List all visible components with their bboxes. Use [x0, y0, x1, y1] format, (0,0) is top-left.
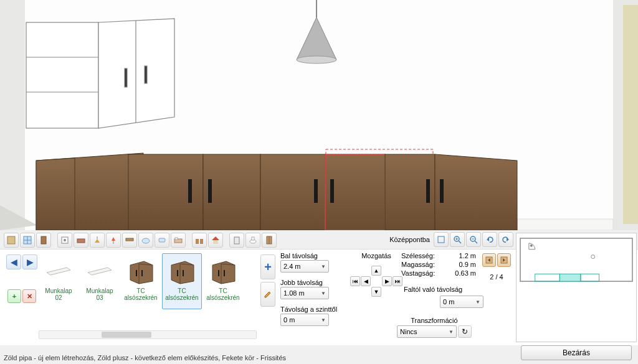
floorplan-svg	[517, 233, 636, 342]
undo-icon[interactable]	[482, 232, 497, 247]
svg-rect-57	[438, 236, 444, 243]
floorplan-minimap[interactable]	[516, 233, 637, 342]
cat-sink-icon[interactable]	[155, 233, 169, 248]
zoom-out-icon[interactable]	[466, 232, 481, 247]
svg-rect-51	[213, 240, 218, 244]
worktop-icon	[82, 255, 118, 286]
svg-rect-29	[426, 179, 430, 203]
cat-appliance-icon[interactable]	[229, 233, 244, 248]
refresh-icon[interactable]: ↻	[458, 325, 472, 338]
edit-pencil-icon[interactable]	[260, 282, 275, 307]
svg-marker-68	[88, 268, 112, 275]
cat-toilet-icon[interactable]	[245, 233, 260, 248]
cat-table-icon[interactable]	[122, 233, 137, 248]
svg-rect-78	[183, 270, 184, 276]
redo-icon[interactable]	[498, 232, 513, 247]
svg-marker-24	[435, 154, 517, 230]
zoom-in-icon[interactable]	[450, 232, 465, 247]
svg-point-37	[64, 239, 66, 241]
scrollbar-handle[interactable]	[102, 332, 151, 338]
svg-rect-38	[77, 239, 85, 243]
cat-bath-icon[interactable]	[138, 233, 153, 248]
svg-marker-84	[265, 292, 270, 297]
page-next-button[interactable]	[497, 253, 511, 267]
svg-rect-92	[559, 274, 581, 281]
svg-rect-45	[159, 238, 165, 242]
svg-rect-47	[175, 238, 178, 240]
viewport-3d[interactable]	[0, 0, 638, 230]
svg-rect-26	[208, 179, 212, 203]
thumb-item[interactable]: TCalsószekrén	[121, 253, 161, 309]
delete-item-button[interactable]: ✕	[22, 289, 36, 303]
move-controls: Mozgatás ▲ ⏮ ◀ ▶ ⏭ ▼	[349, 252, 404, 297]
cat-pendant-icon[interactable]	[90, 233, 105, 248]
svg-rect-73	[141, 270, 143, 276]
move-down-button[interactable]: ▼	[371, 287, 381, 297]
thumb-scrollbar[interactable]	[39, 330, 257, 339]
svg-rect-52	[234, 237, 239, 244]
svg-rect-5	[517, 219, 613, 230]
depth-label: Vastagság:	[401, 269, 444, 277]
svg-marker-18	[36, 158, 75, 230]
wall-dist-label: Faltól való távolság	[404, 286, 483, 293]
svg-marker-50	[212, 236, 219, 240]
move-left-button[interactable]: ◀	[361, 276, 371, 286]
transform-combo[interactable]: Nincs▼	[397, 325, 457, 338]
worktop-icon	[40, 255, 77, 286]
svg-rect-48	[196, 239, 199, 244]
move-first-button[interactable]: ⏮	[350, 276, 360, 286]
pager: 2 / 4	[481, 253, 512, 281]
szint-label: Távolság a szinttől	[280, 306, 405, 313]
close-button[interactable]: Bezárás	[521, 345, 632, 360]
svg-marker-41	[112, 237, 115, 241]
thumb-label: TCalsószekrén	[123, 287, 159, 301]
move-right-button[interactable]: ▶	[382, 276, 392, 286]
svg-rect-49	[200, 239, 203, 244]
center-label: Középpontba	[389, 236, 430, 243]
cat-door-icon[interactable]	[36, 233, 51, 248]
cat-lamp-icon[interactable]	[106, 233, 121, 248]
cabinet-icon	[123, 255, 159, 286]
thumb-nav: ◀ ▶	[6, 254, 37, 269]
thumb-item[interactable]: Munkalap03	[80, 253, 120, 309]
szint-combo[interactable]: 0 m▼	[280, 314, 329, 326]
cat-floor-icon[interactable]	[4, 233, 19, 248]
svg-rect-31	[7, 236, 15, 244]
svg-rect-82	[218, 270, 219, 276]
thumb-item[interactable]: Munkalap02	[39, 253, 79, 309]
add-item-button[interactable]: +	[7, 289, 21, 303]
cat-wardrobe-icon[interactable]	[262, 233, 277, 248]
cat-sofa-icon[interactable]	[74, 233, 88, 248]
cat-house-icon[interactable]	[208, 233, 223, 248]
cat-switch-icon[interactable]	[57, 233, 72, 248]
cat-kitchen-icon[interactable]	[192, 233, 207, 248]
svg-line-59	[459, 241, 461, 243]
dimensions: Szélesség:1.2 m Magasság:0.9 m Vastagság…	[401, 252, 476, 278]
thumb-label: Munkalap02	[40, 287, 77, 301]
move-title: Mozgatás	[349, 252, 404, 259]
svg-marker-1	[0, 0, 25, 230]
wall-dist-combo[interactable]: 0 m▼	[440, 296, 483, 308]
thumb-next-button[interactable]: ▶	[22, 254, 37, 269]
thumb-item[interactable]: TCalsószekrén	[203, 253, 243, 309]
add-remove: + ✕	[7, 289, 36, 303]
center-view-icon[interactable]	[434, 232, 449, 247]
page-prev-button[interactable]	[482, 253, 496, 267]
view-controls: Középpontba	[389, 232, 513, 247]
thumb-prev-button[interactable]: ◀	[6, 254, 21, 269]
cabinet-icon	[164, 255, 200, 286]
edit-tools: +	[260, 254, 275, 307]
move-up-button[interactable]: ▲	[371, 266, 381, 276]
svg-rect-22	[325, 154, 385, 230]
svg-rect-15	[145, 66, 147, 83]
thumb-item[interactable]: TCalsószekrén	[162, 253, 202, 309]
bal-combo[interactable]: 2.4 m▼	[280, 260, 329, 273]
thumbnail-strip: Munkalap02Munkalap03TCalsószekrénTCalsós…	[39, 253, 257, 315]
transform-controls: Transzformáció Nincs▼ ↻	[394, 317, 475, 338]
svg-rect-30	[440, 179, 444, 203]
add-plus-icon[interactable]: +	[260, 254, 275, 279]
cat-bed-icon[interactable]	[171, 233, 186, 248]
cat-window-icon[interactable]	[20, 233, 35, 248]
jobb-combo[interactable]: 1.08 m▼	[280, 287, 329, 299]
svg-rect-83	[224, 270, 225, 276]
